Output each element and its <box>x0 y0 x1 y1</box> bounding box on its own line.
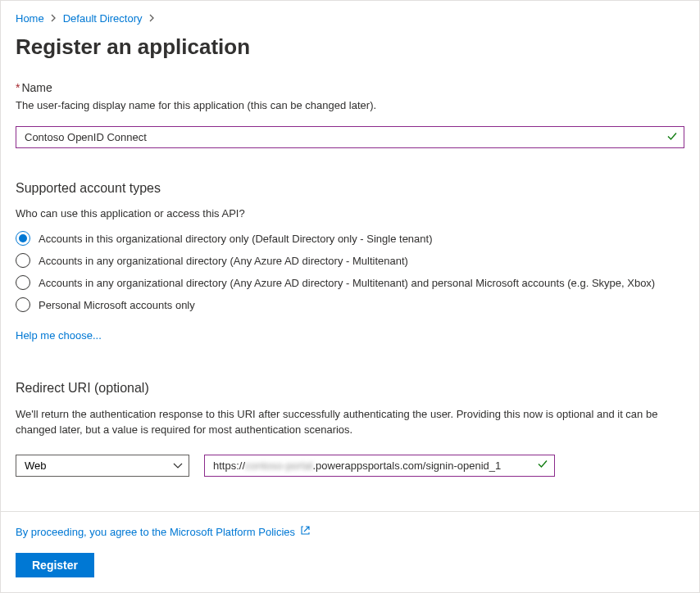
radio-multitenant[interactable]: Accounts in any organizational directory… <box>16 253 684 268</box>
redirect-uri-input[interactable]: https://contoso-portal.powerappsportals.… <box>204 455 555 477</box>
radio-icon <box>16 297 30 312</box>
account-types-radio-group: Accounts in this organizational director… <box>16 231 684 312</box>
breadcrumb-directory[interactable]: Default Directory <box>63 12 143 25</box>
help-me-choose-link[interactable]: Help me choose... <box>16 329 102 342</box>
platform-policies-link[interactable]: By proceeding, you agree to the Microsof… <box>16 526 295 538</box>
radio-icon <box>16 253 30 268</box>
account-types-heading: Supported account types <box>16 181 684 196</box>
radio-label: Accounts in this organizational director… <box>39 233 433 245</box>
radio-icon <box>16 231 30 246</box>
radio-personal-only[interactable]: Personal Microsoft accounts only <box>16 297 684 312</box>
name-description: The user-facing display name for this ap… <box>16 99 684 111</box>
chevron-right-icon <box>149 14 155 24</box>
radio-multitenant-personal[interactable]: Accounts in any organizational directory… <box>16 275 684 290</box>
radio-label: Accounts in any organizational directory… <box>39 255 408 267</box>
radio-label: Personal Microsoft accounts only <box>39 299 195 311</box>
radio-single-tenant[interactable]: Accounts in this organizational director… <box>16 231 684 246</box>
radio-label: Accounts in any organizational directory… <box>39 277 655 289</box>
redirect-heading: Redirect URI (optional) <box>16 381 684 396</box>
chevron-right-icon <box>51 14 57 24</box>
breadcrumb-home[interactable]: Home <box>16 12 44 25</box>
page-title: Register an application <box>16 34 684 60</box>
external-link-icon <box>300 525 311 538</box>
platform-select[interactable] <box>16 455 189 477</box>
account-types-sub: Who can use this application or access t… <box>16 207 684 220</box>
checkmark-icon <box>666 130 678 144</box>
checkmark-icon <box>537 459 548 473</box>
name-label: *Name <box>16 81 684 94</box>
redirect-description: We'll return the authentication response… <box>16 407 684 438</box>
footer: By proceeding, you agree to the Microsof… <box>1 511 699 592</box>
name-input[interactable] <box>16 126 684 148</box>
breadcrumb: Home Default Directory <box>16 12 684 25</box>
radio-icon <box>16 275 30 290</box>
register-button[interactable]: Register <box>16 553 94 577</box>
